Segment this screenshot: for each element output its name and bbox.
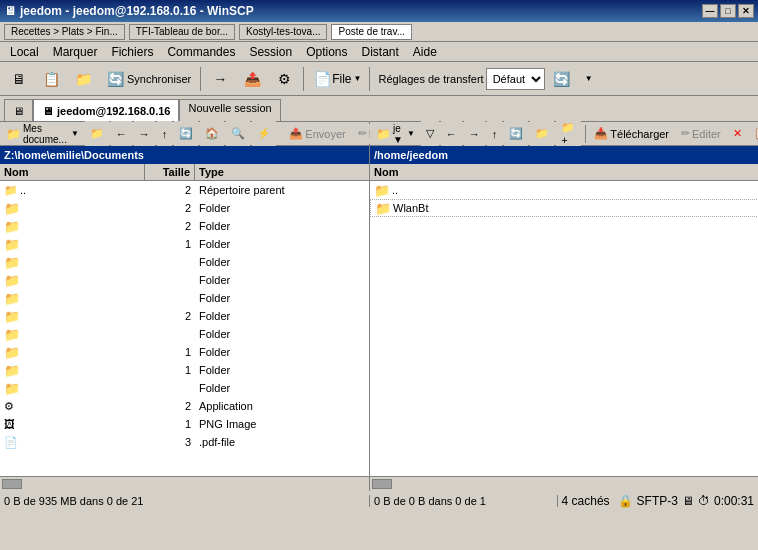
toptab-3[interactable]: Kostyl-tes-tova... bbox=[239, 24, 327, 40]
toolbar-btn-3[interactable]: 📁 bbox=[68, 66, 98, 92]
toolbar-btn-4[interactable]: → bbox=[205, 66, 235, 92]
session-icon: 🖥 bbox=[42, 105, 53, 117]
toolbar-btn-1[interactable]: 🖥 bbox=[4, 66, 34, 92]
right-nav-3[interactable]: ↑ bbox=[487, 121, 503, 147]
file-size-cell: 2 bbox=[145, 184, 195, 196]
right-hscroll[interactable] bbox=[370, 477, 758, 491]
left-file-row[interactable]: 📄 3 .pdf-file bbox=[0, 433, 369, 451]
toptab-1[interactable]: Recettes > Plats > Fin... bbox=[4, 24, 125, 40]
left-nav-btn-7[interactable]: 🔍 bbox=[226, 121, 250, 147]
left-nav-btn-2[interactable]: ← bbox=[111, 121, 132, 147]
titlebar-left: 🖥 jeedom - jeedom@192.168.0.16 - WinSCP bbox=[4, 4, 254, 18]
file-name-cell: 📁 bbox=[0, 291, 145, 306]
left-file-row[interactable]: 📁 Folder bbox=[0, 253, 369, 271]
left-nav-btn-3[interactable]: → bbox=[134, 121, 155, 147]
left-file-row[interactable]: 📁 1 Folder bbox=[0, 361, 369, 379]
left-file-row[interactable]: 📁 Folder bbox=[0, 289, 369, 307]
file-label: File bbox=[332, 72, 351, 86]
transfer-select[interactable]: Défaut bbox=[486, 68, 545, 90]
left-nav-btn-5[interactable]: 🔄 bbox=[174, 121, 198, 147]
sync-button[interactable]: 🔄 Synchroniser bbox=[100, 66, 196, 92]
left-nav-btn-8[interactable]: ⚡ bbox=[252, 121, 276, 147]
toolbar-btn-6[interactable]: ⚙ bbox=[269, 66, 299, 92]
left-folder-dropdown[interactable]: 📁 Mes docume... ▼ bbox=[2, 124, 83, 144]
left-nav-icon-7: 🔍 bbox=[231, 127, 245, 140]
maximize-button[interactable]: □ bbox=[720, 4, 736, 18]
download-icon: 📥 bbox=[594, 127, 608, 140]
right-nav-5-icon: 📁 bbox=[535, 127, 549, 140]
left-path-short: Mes docume... bbox=[21, 123, 69, 145]
menu-marquer[interactable]: Marquer bbox=[47, 43, 104, 61]
left-file-row[interactable]: 🖼 1 PNG Image bbox=[0, 415, 369, 433]
right-copy-btn[interactable]: 📋 bbox=[749, 124, 758, 144]
left-file-row[interactable]: 📁 .. 2 Répertoire parent bbox=[0, 181, 369, 199]
right-filter-btn[interactable]: ▽ bbox=[421, 121, 439, 147]
right-file-row[interactable]: 📁 WlanBt 3 bbox=[370, 199, 758, 217]
menu-local[interactable]: Local bbox=[4, 43, 45, 61]
file-dropdown-arrow: ▼ bbox=[354, 74, 362, 83]
toptab-2[interactable]: TFI-Tableau de bor... bbox=[129, 24, 235, 40]
menu-fichiers[interactable]: Fichiers bbox=[105, 43, 159, 61]
toolbar-refresh-btn[interactable]: 🔄 bbox=[547, 66, 577, 92]
right-nav-4[interactable]: 🔄 bbox=[504, 121, 528, 147]
right-nav-5[interactable]: 📁 bbox=[530, 121, 554, 147]
left-file-row[interactable]: 📁 Folder bbox=[0, 271, 369, 289]
left-send-btn[interactable]: 📤 Envoyer bbox=[284, 124, 350, 144]
menu-session[interactable]: Session bbox=[243, 43, 298, 61]
right-col-name[interactable]: Nom bbox=[370, 164, 758, 180]
left-nav-btn-1[interactable]: 📁 bbox=[85, 121, 109, 147]
right-panel: 📁 je ▼ ▼ ▽ ← → ↑ 🔄 📁 📁+ 📥 Télécharger ✏ … bbox=[370, 122, 758, 476]
right-nav-6[interactable]: 📁+ bbox=[556, 121, 580, 147]
settings-icon: ⚙ bbox=[274, 69, 294, 89]
window-title: jeedom - jeedom@192.168.0.16 - WinSCP bbox=[20, 4, 254, 18]
file-type-cell: Folder bbox=[195, 310, 369, 322]
left-file-row[interactable]: ⚙ 2 Application bbox=[0, 397, 369, 415]
folder-icon: 📁 bbox=[73, 69, 93, 89]
toolbar-btn-5[interactable]: 📤 bbox=[237, 66, 267, 92]
left-file-row[interactable]: 📁 2 Folder bbox=[0, 199, 369, 217]
close-button[interactable]: ✕ bbox=[738, 4, 754, 18]
protocol-text: SFTP-3 bbox=[637, 494, 678, 508]
left-file-row[interactable]: 📁 1 Folder bbox=[0, 343, 369, 361]
toolbar-more-btn[interactable]: ▼ bbox=[579, 69, 597, 89]
left-file-row[interactable]: 📁 2 Folder bbox=[0, 217, 369, 235]
left-nav-btn-6[interactable]: 🏠 bbox=[200, 121, 224, 147]
toolbar-btn-2[interactable]: 📋 bbox=[36, 66, 66, 92]
new-session-button[interactable]: Nouvelle session bbox=[179, 99, 280, 121]
cache-text: 4 cachés bbox=[562, 494, 610, 508]
left-file-row[interactable]: 📁 1 Folder bbox=[0, 235, 369, 253]
left-file-row[interactable]: 📁 Folder bbox=[0, 379, 369, 397]
left-file-row[interactable]: 📁 2 Folder bbox=[0, 307, 369, 325]
right-delete-btn[interactable]: ✕ bbox=[728, 124, 747, 144]
left-file-row[interactable]: 📁 Folder bbox=[0, 325, 369, 343]
minimize-button[interactable]: — bbox=[702, 4, 718, 18]
toptab-4[interactable]: Poste de trav... bbox=[331, 24, 412, 40]
file-dropdown-button[interactable]: 📄 File ▼ bbox=[308, 69, 365, 89]
folder-icon: 📁 bbox=[4, 201, 20, 216]
left-col-name[interactable]: Nom bbox=[0, 164, 145, 180]
menu-distant[interactable]: Distant bbox=[355, 43, 404, 61]
right-edit-btn[interactable]: ✏ Editer bbox=[676, 124, 726, 144]
active-session-tab[interactable]: 🖥 jeedom@192.168.0.16 bbox=[33, 99, 179, 121]
left-col-type[interactable]: Type bbox=[195, 164, 369, 180]
left-col-size[interactable]: Taille bbox=[145, 164, 195, 180]
right-back-btn[interactable]: ← bbox=[441, 121, 462, 147]
file-type-cell: Folder bbox=[195, 364, 369, 376]
menu-options[interactable]: Options bbox=[300, 43, 353, 61]
menu-aide[interactable]: Aide bbox=[407, 43, 443, 61]
menu-commandes[interactable]: Commandes bbox=[161, 43, 241, 61]
left-nav-btn-4[interactable]: ↑ bbox=[157, 121, 173, 147]
right-download-btn[interactable]: 📥 Télécharger bbox=[589, 124, 674, 144]
file-size-cell: 2 bbox=[145, 202, 195, 214]
right-folder-dropdown[interactable]: 📁 je ▼ ▼ bbox=[372, 124, 419, 144]
right-folder-icon: 📁 bbox=[374, 183, 390, 198]
file-size-cell: 1 bbox=[145, 346, 195, 358]
right-forward-btn[interactable]: → bbox=[464, 121, 485, 147]
left-nav-icon-5: 🔄 bbox=[179, 127, 193, 140]
file-name-cell: 📁 bbox=[0, 219, 145, 234]
right-file-row[interactable]: 📁 .. 2 bbox=[370, 181, 758, 199]
left-hscroll[interactable] bbox=[0, 477, 370, 491]
application-icon: ⚙ bbox=[4, 400, 14, 413]
right-back-icon: ← bbox=[446, 128, 457, 140]
left-nav-icon-1: 📁 bbox=[90, 127, 104, 140]
